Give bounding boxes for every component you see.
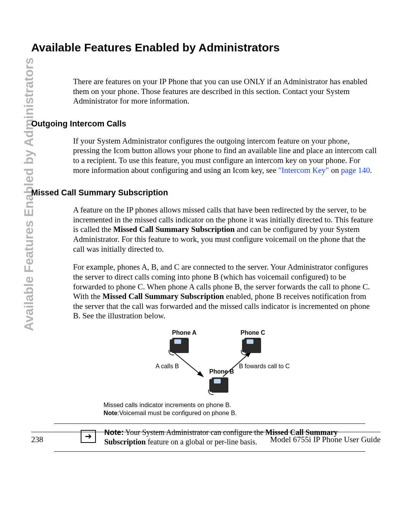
missed-call-paragraph-2: For example, phones A, B, and C are conn… bbox=[73, 262, 377, 321]
page-number: 238 bbox=[31, 435, 43, 444]
link-page-ref[interactable]: page 140 bbox=[341, 166, 370, 175]
label-phone-a: Phone A bbox=[172, 329, 196, 336]
text-run: . bbox=[370, 166, 372, 175]
section-heading-outgoing-intercom: Outgoing Intercom Calls bbox=[31, 119, 381, 129]
phone-a-icon bbox=[172, 338, 189, 353]
phone-c-icon bbox=[244, 338, 261, 353]
footer-rule bbox=[31, 432, 381, 432]
page-footer: 238 Model 6755i IP Phone User Guide bbox=[31, 435, 381, 444]
missed-call-paragraph-1: A feature on the IP phones allows missed… bbox=[73, 205, 377, 254]
caption-line-2: Note:Voicemail must be configured on pho… bbox=[104, 409, 381, 417]
diagram-caption: Missed calls indicator increments on pho… bbox=[104, 401, 381, 417]
label-arrow-a-calls-b: A calls B bbox=[156, 363, 179, 370]
link-intercom-key[interactable]: "Intercom Key" bbox=[278, 166, 329, 175]
label-phone-b: Phone B bbox=[209, 368, 234, 375]
document-title-footer: Model 6755i IP Phone User Guide bbox=[270, 435, 381, 444]
label-phone-c: Phone C bbox=[241, 329, 265, 336]
document-page: Available Features Enabled by Administra… bbox=[0, 0, 411, 532]
section-heading-missed-call: Missed Call Summary Subscription bbox=[31, 188, 381, 198]
page-title: Available Features Enabled by Administra… bbox=[31, 41, 381, 54]
phone-b-icon bbox=[212, 377, 228, 393]
caption-note-text: :Voicemail must be configured on phone B… bbox=[118, 409, 237, 416]
bold-term: Missed Call Summary Subscription bbox=[113, 225, 235, 234]
caption-line-1: Missed calls indicator increments on pho… bbox=[104, 401, 381, 409]
intro-paragraph: There are features on your IP Phone that… bbox=[73, 77, 377, 106]
note-rule-bottom bbox=[54, 451, 365, 452]
text-run: on bbox=[329, 166, 341, 175]
call-flow-diagram: Phone A Phone C Phone B A calls B B fowa… bbox=[104, 329, 301, 398]
outgoing-intercom-paragraph: If your System Administrator configures … bbox=[73, 136, 377, 175]
label-arrow-b-forwards: B fowards call to C bbox=[239, 363, 290, 370]
bold-term: Missed Call Summary Subscription bbox=[102, 292, 224, 301]
page-content: Available Features Enabled by Administra… bbox=[31, 41, 381, 452]
caption-note-label: Note bbox=[104, 409, 118, 416]
